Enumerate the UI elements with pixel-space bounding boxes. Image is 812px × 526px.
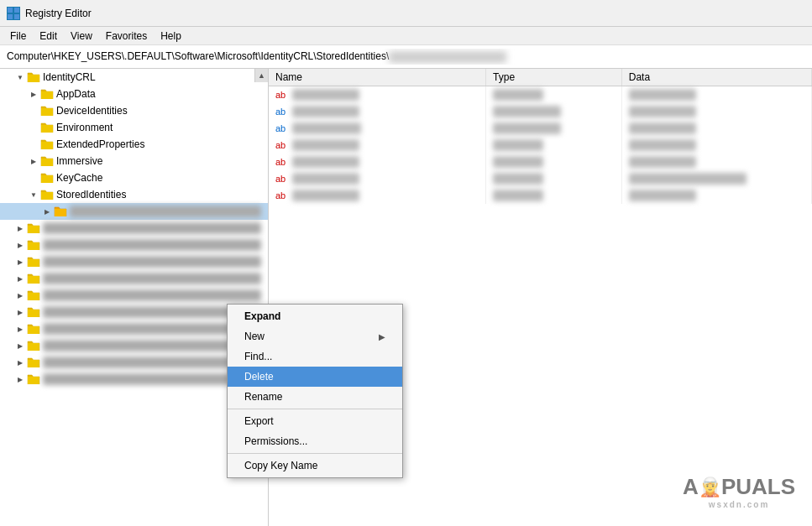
reg-data-cell: some value 3 xyxy=(621,120,811,137)
tree-item-storedidentities[interactable]: StoredIdentities xyxy=(0,186,268,203)
reg-type-cell: REG_EXPAND xyxy=(486,103,622,120)
context-menu-new[interactable]: New ▶ xyxy=(228,326,402,346)
reg-icon-red: ab xyxy=(275,190,286,201)
tree-item-deviceidentities[interactable]: DeviceIdentities xyxy=(0,102,268,119)
tree-item-environment[interactable]: Environment xyxy=(0,119,268,136)
expand-arrow-blurred6[interactable] xyxy=(13,305,27,319)
expand-arrow-blurred1[interactable] xyxy=(13,221,27,235)
tree-label-storedidentities: StoredIdentities xyxy=(56,189,261,201)
reg-type-cell: REG_SZ xyxy=(486,137,622,154)
tree-item-blurred1[interactable]: blurred item xyxy=(0,220,268,237)
reg-data-cell: some value 1 xyxy=(621,86,811,103)
expand-arrow-identitycrl[interactable] xyxy=(13,70,27,84)
tree-label-keycache: KeyCache xyxy=(56,172,261,184)
context-menu-delete[interactable]: Delete xyxy=(228,367,402,387)
expand-arrow-blurred9[interactable] xyxy=(13,356,27,369)
reg-name-blurred: Keywords xyxy=(292,156,359,168)
context-menu-find[interactable]: Find... xyxy=(228,346,402,367)
context-menu-copykeyname[interactable]: Copy Key Name xyxy=(228,456,402,476)
reg-data-cell: some value 2 xyxy=(621,103,811,120)
reg-icon-red: ab xyxy=(275,157,286,167)
address-path: Computer\HKEY_USERS\.DEFAULT\Software\Mi… xyxy=(3,49,809,65)
expand-arrow-storedidentities[interactable] xyxy=(27,188,40,201)
svg-rect-0 xyxy=(8,8,13,13)
table-row: ab Trust REG_SZ some value 7 xyxy=(269,187,812,204)
reg-name-cell: ab AccountCount xyxy=(269,103,486,120)
tree-label-identitycrl: IdentityCRL xyxy=(43,71,261,83)
reg-icon-blue: ab xyxy=(275,107,286,117)
folder-icon-deviceidentities xyxy=(40,104,54,117)
tree-label-extendedproperties: ExtendedProperties xyxy=(56,138,261,150)
folder-icon-blurred1 xyxy=(27,221,40,235)
reg-name-blurred: AccountCount xyxy=(292,106,359,117)
expand-arrow-blurred4[interactable] xyxy=(13,272,27,285)
tree-label-deviceidentities: DeviceIdentities xyxy=(56,105,261,117)
menu-help[interactable]: Help xyxy=(154,29,188,44)
table-row: ab Id REG_SZ some value 4 xyxy=(269,137,812,154)
tree-label-blurred1: blurred item xyxy=(43,222,261,234)
tree-label-blurred2: Internet Explorer xyxy=(43,239,261,251)
table-row: ab Default1 REG_SZ some value 1 xyxy=(269,86,812,103)
col-name[interactable]: Name xyxy=(269,69,486,86)
app-icon xyxy=(7,7,20,20)
folder-icon-identitycrl xyxy=(27,70,40,84)
folder-icon-blurred8 xyxy=(27,339,40,352)
tree-item-blurred5[interactable]: Office xyxy=(0,287,268,304)
context-menu-rename[interactable]: Rename xyxy=(228,387,402,407)
expand-arrow-blurred8[interactable] xyxy=(13,339,27,352)
expand-arrow-userkey[interactable] xyxy=(40,205,54,218)
col-data[interactable]: Data xyxy=(621,69,811,86)
reg-name-cell: ab Trust xyxy=(269,187,486,204)
expand-arrow-immersive[interactable] xyxy=(27,154,40,168)
expand-arrow-blurred5[interactable] xyxy=(13,289,27,302)
tree-label-userkey: user@account.com xyxy=(70,206,261,217)
folder-icon-blurred10 xyxy=(27,372,40,386)
menu-edit[interactable]: Edit xyxy=(33,29,64,44)
reg-name-blurred: Default1 xyxy=(292,89,359,101)
title-bar: Registry Editor xyxy=(0,0,812,27)
tree-item-userkey[interactable]: user@account.com xyxy=(0,203,268,220)
folder-icon-blurred3 xyxy=(27,255,40,268)
scroll-up-button[interactable]: ▲ xyxy=(254,69,268,82)
context-menu-expand[interactable]: Expand xyxy=(228,306,402,326)
expand-arrow-blurred10[interactable] xyxy=(13,372,27,386)
tree-item-blurred4[interactable]: Multimedia xyxy=(0,270,268,287)
reg-type-cell: REG_SZ xyxy=(486,154,622,170)
col-type[interactable]: Type xyxy=(486,69,622,86)
svg-rect-1 xyxy=(14,8,19,13)
tree-label-immersive: Immersive xyxy=(56,155,261,167)
context-menu-export[interactable]: Export xyxy=(228,411,402,431)
expand-arrow-blurred3[interactable] xyxy=(13,255,27,268)
folder-icon-blurred4 xyxy=(27,272,40,285)
watermark: A 🧝 PUALS wsxdn.com xyxy=(683,474,795,509)
expand-arrow-blurred7[interactable] xyxy=(13,322,27,336)
context-menu-separator-2 xyxy=(228,453,402,454)
folder-icon-userkey xyxy=(54,205,67,218)
menu-favorites[interactable]: Favorites xyxy=(99,29,154,44)
expand-arrow-appdata[interactable] xyxy=(27,87,40,101)
folder-icon-blurred7 xyxy=(27,322,40,336)
tree-item-identitycrl[interactable]: IdentityCRL xyxy=(0,69,268,86)
expand-arrow-blurred2[interactable] xyxy=(13,238,27,252)
folder-icon-appdata xyxy=(40,87,54,101)
menu-file[interactable]: File xyxy=(3,29,33,44)
table-row: ab AccountCount2 REG_EXPAND some value 3 xyxy=(269,120,812,137)
tree-item-appdata[interactable]: AppData xyxy=(0,86,268,102)
folder-icon-blurred5 xyxy=(27,289,40,302)
folder-icon-extendedproperties xyxy=(40,138,54,151)
tree-item-blurred2[interactable]: Internet Explorer xyxy=(0,237,268,253)
menu-bar: File Edit View Favorites Help xyxy=(0,27,812,45)
table-row: ab Keywords REG_SZ some value 5 xyxy=(269,154,812,170)
tree-item-keycache[interactable]: KeyCache xyxy=(0,169,268,186)
reg-icon-red: ab xyxy=(275,140,286,150)
folder-icon-blurred9 xyxy=(27,356,40,369)
tree-item-extendedproperties[interactable]: ExtendedProperties xyxy=(0,136,268,153)
reg-name-blurred: Trust xyxy=(292,190,359,201)
registry-table: Name Type Data ab Default1 REG_SZ some v… xyxy=(269,69,812,204)
tree-item-immersive[interactable]: Immersive xyxy=(0,153,268,169)
folder-icon-blurred6 xyxy=(27,305,40,319)
submenu-arrow-icon: ▶ xyxy=(379,332,385,341)
context-menu-permissions[interactable]: Permissions... xyxy=(228,431,402,451)
tree-item-blurred3[interactable]: Java VM xyxy=(0,253,268,270)
menu-view[interactable]: View xyxy=(64,29,99,44)
